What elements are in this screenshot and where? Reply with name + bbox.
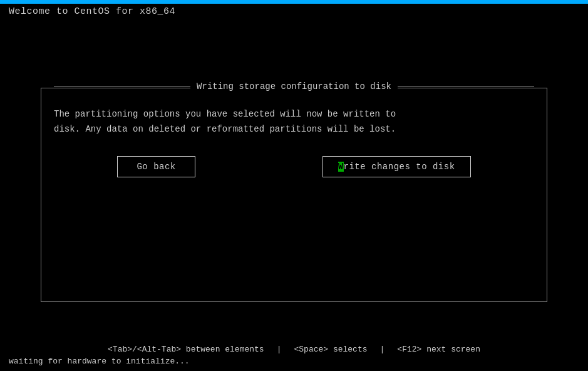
status-line2: waiting for hardware to initialize...	[9, 357, 579, 366]
dialog-message-line1: The partitioning options you have select…	[54, 107, 534, 122]
write-cursor-char: W	[338, 162, 344, 172]
dialog-title-line-right	[398, 86, 534, 87]
dialog-buttons: Go back Write changes to disk	[54, 156, 534, 177]
bottom-bar: <Tab>/<Alt-Tab> between elements | <Spac…	[0, 340, 588, 371]
go-back-button[interactable]: Go back	[117, 156, 195, 177]
dialog-title-line-left	[54, 86, 190, 87]
status-tab-label: <Tab>/<Alt-Tab> between elements	[108, 345, 264, 354]
write-changes-button[interactable]: Write changes to disk	[322, 156, 471, 177]
status-sep1: |	[277, 345, 282, 354]
status-sep2: |	[380, 345, 385, 354]
top-bar	[0, 0, 588, 4]
dialog-content: The partitioning options you have select…	[41, 88, 547, 196]
write-changes-label: rite changes to disk	[344, 162, 455, 172]
dialog-title: Writing storage configuration to disk	[190, 81, 398, 91]
window-title: Welcome to CentOS for x86_64	[9, 6, 175, 17]
dialog-title-row: Writing storage configuration to disk	[41, 81, 547, 91]
dialog-outer: Writing storage configuration to disk Th…	[41, 88, 547, 302]
status-space-label: <Space> selects	[294, 345, 367, 354]
status-line1: <Tab>/<Alt-Tab> between elements | <Spac…	[9, 345, 579, 354]
dialog-message: The partitioning options you have select…	[54, 107, 534, 137]
status-f12-label: <F12> next screen	[397, 345, 480, 354]
dialog-message-line2: disk. Any data on deleted or reformatted…	[54, 122, 534, 137]
